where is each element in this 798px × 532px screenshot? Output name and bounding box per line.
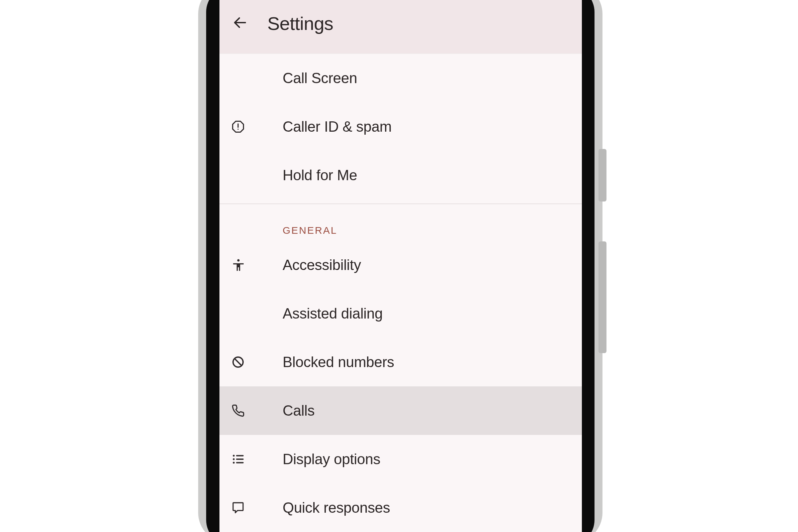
settings-item-hold-for-me[interactable]: Hold for Me [220,151,582,200]
block-icon [231,356,245,369]
icon-slot [231,404,283,417]
svg-rect-10 [236,455,244,456]
settings-item-label: Display options [283,451,380,468]
settings-item-label: Assisted dialing [283,305,383,322]
settings-item-label: Quick responses [283,499,390,516]
settings-item-label: Hold for Me [283,167,357,184]
settings-item-label: Blocked numbers [283,354,394,370]
list-icon [231,452,245,466]
arrow-back-icon [232,15,248,32]
svg-point-3 [238,129,239,130]
section-header-label: GENERAL [283,225,337,236]
svg-point-7 [233,455,235,457]
settings-item-accessibility[interactable]: Accessibility [220,241,582,289]
phone-icon [231,404,245,417]
icon-slot [231,120,283,133]
settings-item-quick-responses[interactable]: Quick responses [220,483,582,532]
svg-point-8 [233,458,235,460]
svg-rect-12 [236,462,244,463]
phone-side-button-upper [598,149,607,202]
svg-line-6 [234,358,242,366]
settings-item-caller-id-spam[interactable]: Caller ID & spam [220,102,582,151]
page-background [0,0,200,532]
settings-item-blocked-numbers[interactable]: Blocked numbers [220,338,582,386]
settings-item-label: Caller ID & spam [283,118,392,135]
back-button[interactable] [227,10,253,37]
settings-item-calls[interactable]: Calls [220,386,582,435]
settings-item-assisted-dialing[interactable]: Assisted dialing [220,289,582,338]
svg-rect-11 [236,458,244,460]
app-bar: Settings [220,0,582,54]
icon-slot [231,501,283,514]
accessibility-icon [231,258,245,272]
icon-slot [231,258,283,272]
phone-screen: Settings Call Screen Caller ID & spam [220,0,582,532]
settings-item-display-options[interactable]: Display options [220,435,582,483]
svg-point-9 [233,462,235,464]
section-header-general: GENERAL [220,204,582,241]
icon-slot [231,356,283,369]
phone-side-button-lower [598,241,607,353]
settings-item-label: Accessibility [283,257,361,273]
settings-item-label: Calls [283,402,315,419]
page-title: Settings [267,13,333,34]
settings-item-label: Call Screen [283,70,357,87]
settings-list: Call Screen Caller ID & spam Hold for Me… [220,54,582,532]
settings-item-call-screen[interactable]: Call Screen [220,54,582,102]
chat-icon [231,501,245,514]
spam-octagon-icon [231,120,245,133]
icon-slot [231,452,283,466]
svg-point-4 [238,259,240,262]
